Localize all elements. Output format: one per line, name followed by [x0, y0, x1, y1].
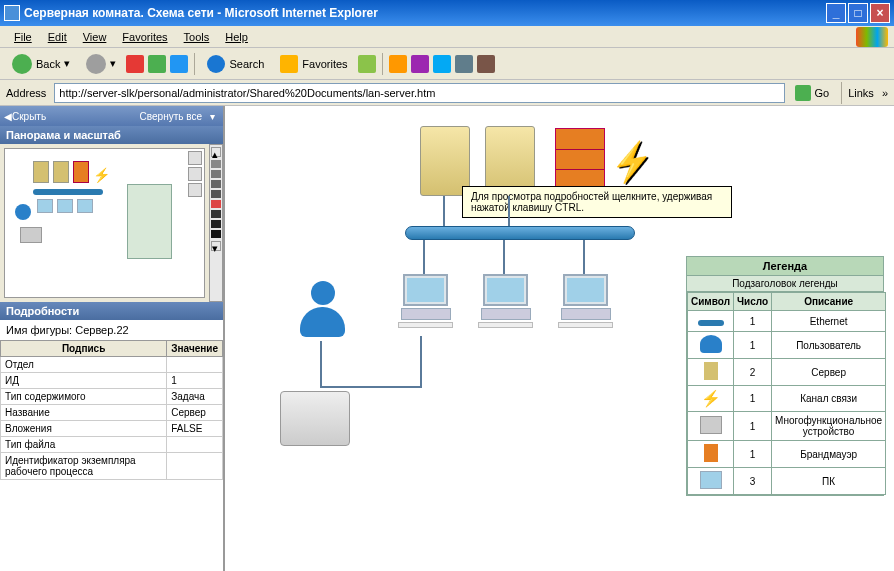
table-row: НазваниеСервер — [1, 405, 223, 421]
table-row: ИД1 — [1, 373, 223, 389]
panel-header: ◀ Скрыть Свернуть все ▾ — [0, 106, 223, 126]
legend-row: 1Ethernet — [688, 311, 886, 332]
table-row: Идентификатор экземпляра рабочего процес… — [1, 453, 223, 480]
tooltip: Для просмотра подробностей щелкните, уде… — [462, 186, 732, 218]
toolbar: Back▾ ▾ Search Favorites — [0, 48, 894, 80]
table-row: Тип содержимогоЗадача — [1, 389, 223, 405]
firewall-icon — [704, 444, 718, 462]
menu-icon[interactable]: ▾ — [206, 111, 219, 122]
pc-shape[interactable] — [393, 274, 458, 334]
ethernet-icon — [698, 320, 724, 326]
legend-row: 2Сервер — [688, 359, 886, 386]
favorites-button[interactable]: Favorites — [274, 53, 353, 75]
home-button[interactable] — [170, 55, 188, 73]
color-scroller[interactable]: ▴ ▾ — [209, 144, 223, 302]
windows-logo-icon — [856, 27, 888, 47]
window-title: Серверная комната. Схема сети - Microsof… — [24, 6, 378, 20]
back-icon — [12, 54, 32, 74]
pc-shape[interactable] — [553, 274, 618, 334]
left-panel: ◀ Скрыть Свернуть все ▾ Панорама и масшт… — [0, 106, 225, 571]
discuss-button[interactable] — [455, 55, 473, 73]
menu-view[interactable]: View — [75, 29, 115, 45]
ie-icon — [4, 5, 20, 21]
maximize-button[interactable]: □ — [848, 3, 868, 23]
legend-row: 1Пользователь — [688, 332, 886, 359]
address-bar: Address Go Links » — [0, 80, 894, 106]
title-bar: Серверная комната. Схема сети - Microsof… — [0, 0, 894, 26]
thumbnail-view[interactable]: ⚡ — [4, 148, 205, 298]
menu-edit[interactable]: Edit — [40, 29, 75, 45]
search-button[interactable]: Search — [201, 53, 270, 75]
forward-button[interactable]: ▾ — [80, 52, 122, 76]
user-shape[interactable] — [295, 281, 350, 341]
forward-icon — [86, 54, 106, 74]
refresh-button[interactable] — [148, 55, 166, 73]
close-button[interactable]: × — [870, 3, 890, 23]
panorama-header[interactable]: Панорама и масштаб — [0, 126, 223, 144]
server-icon — [704, 362, 718, 380]
fit-icon[interactable] — [188, 183, 202, 197]
go-icon — [795, 85, 811, 101]
hide-link[interactable]: Скрыть — [12, 111, 46, 122]
table-row: Отдел — [1, 357, 223, 373]
details-header[interactable]: Подробности — [0, 302, 223, 320]
stop-button[interactable] — [126, 55, 144, 73]
table-row: Тип файла — [1, 437, 223, 453]
user-icon — [700, 335, 722, 353]
menu-tools[interactable]: Tools — [176, 29, 218, 45]
address-input[interactable] — [54, 83, 784, 103]
shape-name-row: Имя фигуры: Сервер.22 — [0, 320, 223, 340]
search-icon — [207, 55, 225, 73]
diagram-canvas[interactable]: ⚡ Для просмотра подробностей щелкните, у… — [225, 106, 894, 571]
bolt-icon: ⚡ — [701, 390, 721, 407]
legend-title: Легенда — [687, 257, 883, 276]
legend-row: 1Многофункциональное устройство — [688, 412, 886, 441]
edit-button[interactable] — [433, 55, 451, 73]
menu-file[interactable]: File — [6, 29, 40, 45]
legend-subtitle: Подзаголовок легенды — [687, 276, 883, 292]
pc-shape[interactable] — [473, 274, 538, 334]
star-icon — [280, 55, 298, 73]
print-button[interactable] — [411, 55, 429, 73]
legend-row: ⚡1Канал связи — [688, 386, 886, 412]
legend-box: Легенда Подзаголовок легенды СимволЧисло… — [686, 256, 884, 496]
mail-button[interactable] — [389, 55, 407, 73]
go-button[interactable]: Go — [789, 83, 836, 103]
back-button[interactable]: Back▾ — [6, 52, 76, 76]
details-table: ПодписьЗначение Отдел ИД1 Тип содержимог… — [0, 340, 223, 480]
dropdown-icon: ▾ — [110, 57, 116, 70]
legend-row: 3ПК — [688, 468, 886, 495]
bolt-icon[interactable]: ⚡ — [607, 137, 659, 186]
chevron-icon[interactable]: » — [882, 87, 888, 99]
pc-icon — [700, 471, 722, 489]
research-button[interactable] — [477, 55, 495, 73]
printer-icon — [700, 416, 722, 434]
collapse-icon[interactable]: ◀ — [4, 111, 12, 122]
zoom-out-icon[interactable] — [188, 167, 202, 181]
zoom-in-icon[interactable] — [188, 151, 202, 165]
menu-help[interactable]: Help — [217, 29, 256, 45]
table-row: ВложенияFALSE — [1, 421, 223, 437]
menu-bar: File Edit View Favorites Tools Help — [0, 26, 894, 48]
col-value[interactable]: Значение — [167, 341, 223, 357]
printer-shape[interactable] — [280, 391, 350, 446]
collapse-all-link[interactable]: Свернуть все — [136, 111, 206, 122]
col-label[interactable]: Подпись — [1, 341, 167, 357]
menu-favorites[interactable]: Favorites — [114, 29, 175, 45]
address-label: Address — [6, 87, 46, 99]
ethernet-pipe[interactable] — [405, 226, 635, 240]
dropdown-icon: ▾ — [64, 57, 70, 70]
legend-row: 1Брандмауэр — [688, 441, 886, 468]
links-label[interactable]: Links — [848, 87, 874, 99]
minimize-button[interactable]: _ — [826, 3, 846, 23]
history-button[interactable] — [358, 55, 376, 73]
firewall-shape[interactable] — [555, 128, 605, 193]
